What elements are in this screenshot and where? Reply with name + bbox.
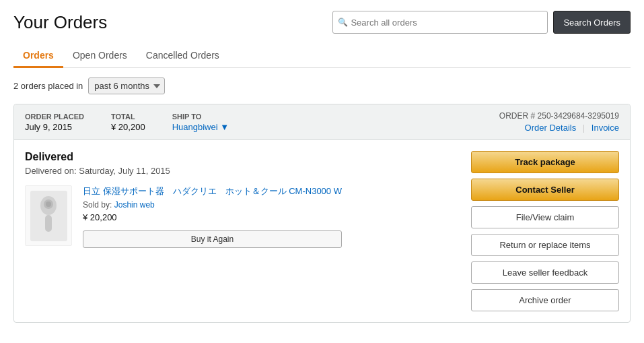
time-filter-select[interactable]: past 3 months past 6 months past year 20… — [88, 77, 165, 94]
svg-rect-2 — [45, 215, 52, 232]
pipe-divider: | — [583, 123, 585, 133]
leave-feedback-button[interactable]: Leave seller feedback — [471, 261, 619, 284]
search-orders-button[interactable]: Search Orders — [553, 11, 631, 34]
delivery-status: Delivered — [25, 151, 460, 163]
return-replace-button[interactable]: Return or replace items — [471, 234, 619, 256]
order-card: ORDER PLACED July 9, 2015 TOTAL ¥ 20,200… — [13, 104, 631, 323]
svg-point-4 — [46, 201, 51, 207]
filter-row: 2 orders placed in past 3 months past 6 … — [13, 77, 631, 94]
product-price: ¥ 20,200 — [83, 212, 342, 222]
order-ship-to-value[interactable]: Huangbiwei ▼ — [172, 122, 229, 132]
archive-order-button[interactable]: Archive order — [471, 289, 619, 311]
buy-again-button[interactable]: Buy it Again — [83, 230, 342, 248]
track-package-button[interactable]: Track package — [471, 151, 619, 173]
order-ship-to-label: SHIP TO — [172, 113, 229, 121]
order-total-value: ¥ 20,200 — [111, 122, 145, 132]
order-header: ORDER PLACED July 9, 2015 TOTAL ¥ 20,200… — [14, 104, 630, 140]
search-area: 🔍 Search Orders — [332, 11, 631, 34]
order-placed-value: July 9, 2015 — [25, 122, 84, 132]
product-image-svg — [30, 191, 67, 241]
page-title: Your Orders — [13, 12, 107, 33]
filter-label: 2 orders placed in — [13, 81, 83, 91]
order-placed-label: ORDER PLACED — [25, 113, 84, 121]
search-input-wrapper: 🔍 — [332, 11, 548, 34]
order-actions: Track package Contact Seller File/View c… — [471, 151, 619, 311]
tab-open-orders[interactable]: Open Orders — [63, 44, 137, 68]
order-number: ORDER # 250-3429684-3295019 — [499, 111, 619, 121]
search-input[interactable] — [332, 11, 548, 34]
file-view-claim-button[interactable]: File/View claim — [471, 206, 619, 228]
product-row: 日立 保湿サポート器 ハダクリエ ホット＆クール CM-N3000 W Sold… — [25, 185, 460, 248]
product-info: 日立 保湿サポート器 ハダクリエ ホット＆クール CM-N3000 W Sold… — [83, 185, 342, 248]
order-header-right: ORDER # 250-3429684-3295019 Order Detail… — [499, 111, 619, 133]
page-wrapper: Your Orders 🔍 Search Orders Orders Open … — [0, 0, 644, 343]
header: Your Orders 🔍 Search Orders — [13, 11, 631, 34]
order-header-left: ORDER PLACED July 9, 2015 TOTAL ¥ 20,200… — [25, 113, 229, 132]
order-details-link[interactable]: Order Details — [525, 123, 577, 133]
order-links: Order Details | Invoice — [499, 123, 619, 133]
invoice-link[interactable]: Invoice — [592, 123, 619, 133]
tab-cancelled-orders[interactable]: Cancelled Orders — [137, 44, 229, 68]
order-body: Delivered Delivered on: Saturday, July 1… — [14, 140, 630, 322]
product-seller: Sold by: Joshin web — [83, 200, 342, 210]
order-total-group: TOTAL ¥ 20,200 — [111, 113, 145, 132]
product-image — [25, 185, 72, 246]
contact-seller-button[interactable]: Contact Seller — [471, 179, 619, 201]
search-icon: 🔍 — [338, 18, 348, 27]
order-left: Delivered Delivered on: Saturday, July 1… — [25, 151, 460, 311]
product-name-link[interactable]: 日立 保湿サポート器 ハダクリエ ホット＆クール CM-N3000 W — [83, 185, 342, 197]
order-total-label: TOTAL — [111, 113, 145, 121]
tab-orders[interactable]: Orders — [13, 44, 63, 68]
order-ship-to-group: SHIP TO Huangbiwei ▼ — [172, 113, 229, 132]
order-placed-group: ORDER PLACED July 9, 2015 — [25, 113, 84, 132]
tabs: Orders Open Orders Cancelled Orders — [13, 44, 631, 68]
delivery-date: Delivered on: Saturday, July 11, 2015 — [25, 166, 460, 176]
seller-link[interactable]: Joshin web — [114, 200, 155, 210]
